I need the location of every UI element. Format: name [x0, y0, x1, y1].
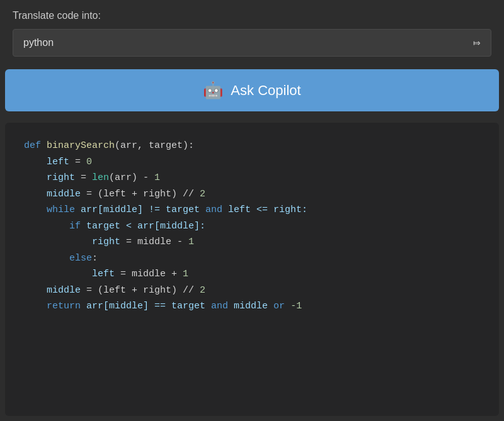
header-section: Translate code into: python ⤇ — [0, 0, 504, 63]
ask-copilot-label: Ask Copilot — [231, 82, 301, 99]
code-block: def binarySearch(arr, target): left = 0 … — [24, 138, 480, 315]
ask-copilot-button[interactable]: 🤖 Ask Copilot — [5, 69, 499, 111]
code-line-5: while arr[middle] != target and left <= … — [24, 202, 480, 218]
code-line-11: return arr[middle] == target and middle … — [24, 298, 480, 315]
code-line-9: left = middle + 1 — [24, 266, 480, 283]
translate-label: Translate code into: — [13, 10, 491, 21]
code-section: def binarySearch(arr, target): left = 0 … — [5, 123, 499, 416]
code-line-1: def binarySearch(arr, target): — [24, 138, 480, 154]
code-line-10: middle = (left + right) // 2 — [24, 283, 480, 299]
code-line-3: right = len(arr) - 1 — [24, 170, 480, 186]
ask-copilot-section: 🤖 Ask Copilot — [5, 69, 499, 111]
language-select[interactable]: python ⤇ — [13, 29, 491, 57]
chevron-down-icon: ⤇ — [473, 38, 481, 48]
language-value: python — [23, 37, 54, 48]
code-line-4: middle = (left + right) // 2 — [24, 186, 480, 203]
code-line-6: if target < arr[middle]: — [24, 218, 480, 235]
code-line-8: else: — [24, 250, 480, 267]
main-container: Translate code into: python ⤇ 🤖 Ask Copi… — [0, 0, 504, 421]
code-line-7: right = middle - 1 — [24, 234, 480, 250]
code-line-2: left = 0 — [24, 154, 480, 171]
copilot-icon: 🤖 — [203, 81, 223, 100]
